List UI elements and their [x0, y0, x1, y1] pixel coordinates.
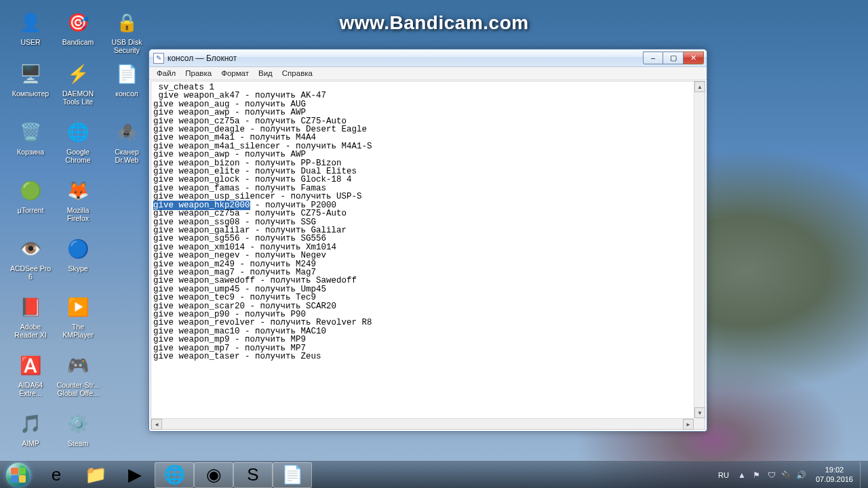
utorrent-icon-glyph: 🟢 [16, 176, 45, 205]
csgo-icon[interactable]: 🎮Counter-Str... Global Offe... [54, 348, 102, 404]
text-line: give weapon_ak47 - получить AK-47 [153, 92, 692, 100]
minimize-button[interactable]: – [643, 52, 663, 64]
text-line: give weapon_glock - получить Glock-18 4 [153, 176, 692, 184]
text-area[interactable]: sv_cheats 1 give weapon_ak47 - получить … [151, 81, 694, 418]
windows-orb-icon [6, 463, 31, 487]
system-tray: RU ▲⚑🛡🔌🔊 19:02 07.09.2016 [713, 462, 868, 488]
tray-icon-2[interactable]: 🛡 [766, 469, 778, 481]
tb-steam-icon: ◉ [203, 465, 224, 485]
aimp-icon-glyph: 🎵 [16, 409, 45, 438]
acdsee-icon-glyph: 👁️ [16, 235, 45, 263]
tray-icon-0[interactable]: ▲ [736, 469, 748, 481]
tb-skype[interactable]: S [233, 462, 273, 488]
usb-disk-security-icon[interactable]: 🔒USB Disk Security [103, 5, 151, 61]
notepad-window: ✎ консол — Блокнот – ▢ ✕ ФайлПравкаФорма… [149, 49, 707, 432]
desktop-icon-label: The KMPlayer [56, 323, 100, 339]
tb-steam[interactable]: ◉ [194, 462, 233, 488]
csgo-icon-glyph: 🎮 [64, 351, 92, 380]
computer-icon[interactable]: 🖥️Компьютер [7, 57, 54, 113]
utorrent-icon[interactable]: 🟢µTorrent [7, 174, 54, 229]
desktop-icon-label: Корзина [17, 148, 44, 156]
language-indicator[interactable]: RU [713, 471, 734, 479]
aida64-icon-glyph: 🅰️ [16, 351, 45, 380]
tb-chrome-icon: 🌐 [164, 465, 184, 485]
scroll-left-arrow-icon[interactable]: ◄ [151, 419, 162, 430]
scroll-right-arrow-icon[interactable]: ► [683, 419, 694, 430]
desktop-icon-label: Adobe Reader XI [8, 323, 53, 339]
steam-icon[interactable]: ⚙️Steam [54, 407, 102, 462]
tb-ie[interactable]: e [37, 462, 76, 488]
tb-ie-icon: e [46, 465, 66, 485]
kmplayer-icon[interactable]: ▶️The KMPlayer [54, 290, 102, 346]
desktop-icon-label: Skype [68, 264, 87, 272]
recycle-bin-icon[interactable]: 🗑️Корзина [7, 115, 54, 171]
tb-notepad-icon: 📄 [282, 465, 302, 485]
scroll-down-arrow-icon[interactable]: ▼ [694, 407, 705, 418]
skype-icon[interactable]: 🔵Skype [54, 232, 102, 287]
editor-wrap: sv_cheats 1 give weapon_ak47 - получить … [151, 81, 705, 430]
scroll-up-arrow-icon[interactable]: ▲ [694, 81, 705, 92]
text-line: give weapon_tec9 - получить Tec9 [153, 293, 692, 302]
close-button[interactable]: ✕ [684, 52, 704, 64]
bandicam-watermark: www.Bandicam.com [339, 12, 528, 34]
firefox-icon-glyph: 🦊 [64, 176, 92, 205]
vertical-scrollbar[interactable]: ▲ ▼ [694, 81, 705, 418]
tray-icon-4[interactable]: 🔊 [795, 469, 808, 481]
adobe-reader-icon[interactable]: 📕Adobe Reader XI [7, 290, 54, 346]
text-line: give weapon_sg556 - получить SG556 [153, 235, 692, 243]
text-line: give weapon_sawedoff - получить Sawedoff [153, 277, 692, 285]
desktop-icon-label: µTorrent [18, 206, 44, 214]
menu-справка[interactable]: Справка [277, 68, 317, 78]
window-buttons: – ▢ ✕ [643, 52, 704, 65]
tray-icon-3[interactable]: 🔌 [781, 469, 793, 481]
drweb-scanner-icon[interactable]: 🕷️Сканер Dr.Web [103, 115, 151, 171]
menu-формат[interactable]: Формат [216, 68, 254, 78]
text-line: give weapon_negev - получить Negev [153, 251, 692, 260]
desktop-icon-label: AIMP [22, 439, 39, 447]
menu-правка[interactable]: Правка [180, 68, 216, 78]
desktop-icon-label: Компьютер [12, 89, 49, 98]
desktop-icon-label: Mozilla Firefox [56, 206, 100, 222]
menu-bar: ФайлПравкаФорматВидСправка [149, 67, 707, 80]
menu-вид[interactable]: Вид [254, 68, 277, 78]
text-line: give weapon_m4a1 - получить M4A4 [153, 134, 692, 142]
desktop-icon-label: Bandicam [62, 38, 94, 46]
menu-файл[interactable]: Файл [152, 68, 180, 78]
tb-notepad[interactable]: 📄 [273, 462, 312, 488]
desktop-icon-label: USER [20, 38, 40, 46]
tb-explorer[interactable]: 📁 [76, 462, 115, 488]
tb-chrome[interactable]: 🌐 [155, 462, 194, 488]
horizontal-scrollbar[interactable]: ◄ ► [151, 418, 694, 429]
bandicam-icon-glyph: 🎯 [64, 8, 92, 37]
daemon-tools-icon[interactable]: ⚡DAEMON Tools Lite [54, 57, 102, 113]
desktop-icon-label: консол [115, 89, 138, 98]
show-desktop-button[interactable] [860, 462, 868, 489]
tb-media[interactable]: ▶ [115, 462, 155, 488]
konsol-icon[interactable]: 📄консол [103, 57, 151, 113]
taskbar: e📁▶🌐◉S📄 RU ▲⚑🛡🔌🔊 19:02 07.09.2016 [0, 461, 868, 488]
acdsee-icon[interactable]: 👁️ACDSee Pro 6 [7, 232, 54, 287]
daemon-tools-icon-glyph: ⚡ [64, 60, 92, 88]
text-line: give weapon_cz75a - получить CZ75-Auto [153, 209, 692, 218]
maximize-button[interactable]: ▢ [663, 52, 684, 64]
user-icon[interactable]: 👤USER [7, 5, 54, 61]
adobe-reader-icon-glyph: 📕 [16, 293, 45, 321]
desktop-icon-label: Google Chrome [56, 148, 100, 164]
aimp-icon[interactable]: 🎵AIMP [7, 407, 54, 462]
start-button[interactable] [0, 462, 37, 489]
konsol-icon-glyph: 📄 [113, 60, 141, 88]
tb-skype-icon: S [243, 465, 263, 485]
chrome-icon[interactable]: 🌐Google Chrome [54, 115, 102, 171]
desktop-icon-label: DAEMON Tools Lite [56, 89, 100, 106]
scroll-corner [694, 418, 705, 429]
tray-icon-1[interactable]: ⚑ [751, 469, 763, 481]
clock-time: 19:02 [816, 466, 853, 474]
steam-icon-glyph: ⚙️ [64, 409, 92, 438]
titlebar[interactable]: ✎ консол — Блокнот – ▢ ✕ [149, 49, 707, 67]
aida64-icon[interactable]: 🅰️AIDA64 Extre... [7, 348, 54, 404]
bandicam-icon[interactable]: 🎯Bandicam [54, 5, 102, 61]
firefox-icon[interactable]: 🦊Mozilla Firefox [54, 174, 102, 229]
text-line: give weapon_revolver - получить Revolver… [153, 319, 692, 327]
clock[interactable]: 19:02 07.09.2016 [809, 466, 860, 483]
desktop-icon-label: USB Disk Security [104, 38, 149, 54]
